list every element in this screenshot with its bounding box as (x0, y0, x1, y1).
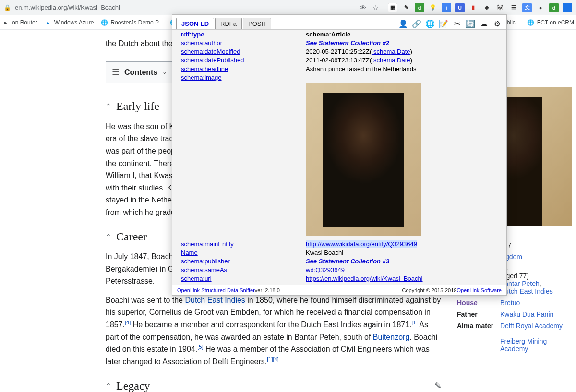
link-icon[interactable]: 🔗 (411, 18, 422, 29)
tab-posh[interactable]: POSH (243, 18, 271, 29)
extension-circle-icon[interactable]: ● (536, 3, 545, 12)
refresh-icon[interactable]: 🔄 (465, 18, 476, 29)
ref-4[interactable]: [4] (125, 320, 131, 325)
bookmark-azure[interactable]: ▲Windows Azure (44, 19, 94, 26)
extension-u-icon[interactable]: U (455, 3, 465, 12)
osds-key: schema:dateModified (181, 48, 291, 55)
osds-value: See Statement Collection #2 (306, 39, 498, 47)
osds-footer: OpenLink Structured Data Sniffer ver: 2.… (172, 285, 506, 295)
osds-value: https://en.wikipedia.org/wiki/Kwasi_Boac… (306, 275, 498, 282)
extension-edit-icon[interactable]: ✎ (401, 3, 411, 12)
extension-cube-icon[interactable]: ▦ (388, 3, 397, 12)
osds-value: Kwasi Boachi (306, 249, 498, 256)
osds-key: schema:datePublished (181, 57, 291, 64)
osds-panel: JSON-LD RDFa POSH 👤 🔗 🌐 📝 ✂ 🔄 ☁ ⚙ rdf:ty… (172, 14, 507, 296)
osds-tabs: JSON-LD RDFa POSH (176, 18, 272, 29)
extension-bulb-icon[interactable]: 💡 (428, 3, 438, 12)
chevron-down-icon: ⌄ (162, 68, 167, 77)
link-dei[interactable]: Dutch East Indies (500, 287, 553, 295)
extension-panda-icon[interactable]: 🐼 (495, 3, 505, 12)
ref-5[interactable]: [5] (197, 344, 203, 350)
tab-rdfa[interactable]: RDFa (215, 18, 242, 29)
incognito-icon[interactable]: 👁 (359, 3, 367, 12)
bookmark-fct[interactable]: 🌐FCT on eCRM (527, 19, 574, 26)
osds-key: rdf:type (181, 31, 291, 38)
link-buitenzorg[interactable]: Buitenzorg (373, 333, 410, 341)
extension-square-icon[interactable] (563, 3, 572, 12)
lock-icon: 🔒 (4, 4, 11, 11)
osds-value: Ashanti prince raised in the Netherlands (306, 65, 498, 72)
osds-product-link[interactable]: OpenLink Structured Data Sniffer (177, 287, 255, 293)
bookmark-router[interactable]: ▸on Router (2, 19, 37, 26)
osds-key: schema:url (181, 275, 291, 282)
extension-flag-icon[interactable]: ▮ (468, 3, 478, 12)
contents-toggle[interactable]: ☰ Contents ⌄ (106, 61, 173, 84)
cloud-icon[interactable]: ☁ (479, 18, 489, 29)
user-icon[interactable]: 👤 (398, 18, 408, 29)
osds-value: See Statement Collection #3 (306, 258, 498, 265)
page-url: en.m.wikipedia.org/wiki/Kwasi_Boachi (15, 4, 120, 11)
osds-value: 2011-02-06T23:13:47Z( schema:Date) (306, 57, 498, 64)
bookmark-rooster[interactable]: 🌐RoosterJs Demo P... (100, 19, 163, 26)
ref-4b[interactable]: [4] (273, 356, 278, 362)
extension-d2-icon[interactable]: d (549, 3, 559, 12)
edit-doc-icon[interactable]: 📝 (438, 18, 449, 29)
osds-image (306, 83, 421, 236)
chevron-up-icon: ⌃ (106, 380, 111, 391)
extension-stack-icon[interactable]: ☰ (509, 3, 518, 12)
ref-1b[interactable]: [1] (267, 356, 273, 362)
tab-jsonld[interactable]: JSON-LD (176, 18, 214, 29)
link-freiberg[interactable]: Freiberg Mining Academy (500, 337, 547, 353)
section-legacy[interactable]: ⌃ Legacy ✎ (106, 377, 442, 392)
globe-icon[interactable]: 🌐 (425, 18, 435, 29)
link-dutch-east-indies[interactable]: Dutch East Indies (185, 296, 245, 304)
ref-1[interactable]: [1] (412, 320, 418, 325)
extension-info-icon[interactable]: i (442, 3, 451, 12)
link-delft[interactable]: Delft Royal Academy (500, 322, 563, 330)
extension-d-green-icon[interactable]: d (415, 3, 424, 12)
osds-value: schema:Article (306, 31, 498, 38)
osds-value: http://www.wikidata.org/entity/Q3293649 (306, 240, 498, 248)
osds-key: schema:publisher (181, 258, 291, 265)
osds-company-link[interactable]: OpenLink Software (456, 287, 502, 293)
star-icon[interactable]: ☆ (371, 3, 380, 12)
link-bretuo[interactable]: Bretuo (500, 299, 520, 307)
osds-key: schema:author (181, 39, 291, 47)
osds-key: schema:sameAs (181, 266, 291, 273)
career-para-2: Boachi was sent to the Dutch East Indies… (106, 294, 442, 368)
browser-url-bar: 🔒 en.m.wikipedia.org/wiki/Kwasi_Boachi 👁… (0, 0, 576, 15)
chevron-up-icon: ⌃ (106, 231, 111, 242)
cut-icon[interactable]: ✂ (452, 18, 462, 29)
osds-key: schema:mainEntity (181, 240, 291, 248)
osds-value: 2020-05-22T10:25:22Z( schema:Date) (306, 48, 498, 55)
extension-shield-icon[interactable]: ◈ (482, 3, 492, 12)
gear-icon[interactable]: ⚙ (492, 18, 503, 29)
extension-translate-icon[interactable]: 文 (522, 3, 532, 12)
pencil-icon[interactable]: ✎ (434, 379, 442, 392)
osds-key: Name (181, 249, 291, 256)
osds-key: schema:image (181, 74, 291, 81)
osds-key: schema:headline (181, 65, 291, 72)
osds-body: rdf:typeschema:Articleschema:authorSee S… (172, 29, 506, 285)
chevron-up-icon: ⌃ (106, 101, 111, 111)
osds-value: wd:Q3293649 (306, 266, 498, 273)
link-father[interactable]: Kwaku Dua Panin (500, 310, 553, 318)
hamburger-icon: ☰ (112, 66, 120, 80)
